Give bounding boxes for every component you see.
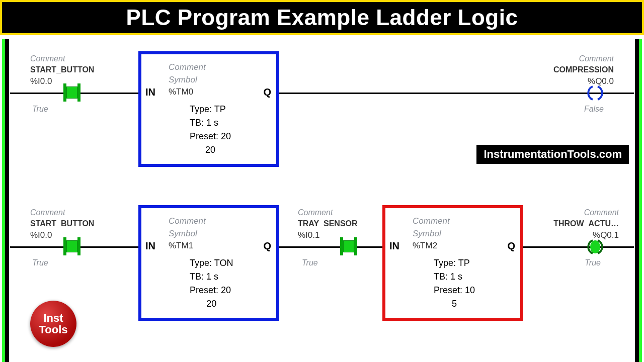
r2-c2-state: True [302, 258, 318, 267]
fb-addr: %TM0 [169, 87, 193, 97]
r2-coil-comment: Comment [584, 208, 619, 217]
right-power-rail [635, 39, 642, 362]
pin-in: IN [145, 86, 155, 98]
brand-badge: Inst Tools [30, 301, 76, 347]
r2-c1-state: True [32, 258, 48, 267]
r2-coil[interactable] [587, 238, 604, 255]
r1-contact-addr: %I0.0 [30, 76, 52, 86]
r2-timer2-block[interactable]: IN Q Comment Symbol %TM2 Type: TP TB: 1 … [382, 205, 523, 321]
r1-contact-state: True [32, 105, 48, 114]
r1-coil-state: False [584, 105, 604, 114]
r2-c2-name: TRAY_SENSOR [298, 219, 358, 228]
r1-coil[interactable] [587, 84, 604, 102]
pin-q: Q [263, 86, 271, 98]
ladder-canvas: Comment START_BUTTON %I0.0 True IN Q Com… [0, 39, 644, 362]
pin-in: IN [389, 240, 399, 252]
watermark: InstrumentationTools.com [476, 145, 629, 164]
fb-comment: Comment [169, 61, 206, 74]
fb-symbol: Symbol [169, 74, 206, 86]
r2-c2-comment: Comment [298, 208, 333, 217]
title-bar: PLC Program Example Ladder Logic [0, 0, 644, 35]
svg-point-0 [590, 240, 600, 253]
r2-c1-addr: %I0.0 [30, 230, 52, 240]
badge-l1: Inst [30, 312, 76, 324]
rung2-rail [10, 246, 634, 248]
pin-q: Q [263, 240, 271, 252]
r1-coil-name: COMPRESSION [553, 65, 614, 74]
r1-contact-name: START_BUTTON [30, 65, 94, 74]
r1-contact-comment: Comment [30, 54, 65, 63]
r2-c2-addr: %I0.1 [298, 230, 319, 240]
r2-timer1-block[interactable]: IN Q Comment Symbol %TM1 Type: TON TB: 1… [138, 205, 279, 321]
pin-in: IN [145, 240, 155, 252]
pin-q: Q [507, 240, 515, 252]
fb-params: Type: TP TB: 1 s Preset: 20 20 [190, 103, 231, 157]
rung1-rail [10, 93, 634, 94]
left-power-rail [2, 39, 9, 362]
r2-c1-name: START_BUTTON [30, 219, 94, 228]
r1-timer-block[interactable]: IN Q Comment Symbol %TM0 Type: TP TB: 1 … [138, 51, 279, 167]
r1-contact[interactable] [60, 83, 84, 102]
r2-contact1[interactable] [60, 237, 84, 255]
r2-contact2[interactable] [337, 237, 360, 255]
badge-l2: Tools [30, 324, 76, 335]
r1-coil-comment: Comment [579, 54, 614, 63]
r2-coil-state: True [585, 258, 601, 267]
r2-coil-name: THROW_ACTU… [553, 219, 619, 228]
page-title: PLC Program Example Ladder Logic [126, 5, 518, 30]
rung-2: Comment START_BUTTON %I0.0 True IN Q Com… [10, 208, 634, 339]
r2-c1-comment: Comment [30, 208, 65, 217]
